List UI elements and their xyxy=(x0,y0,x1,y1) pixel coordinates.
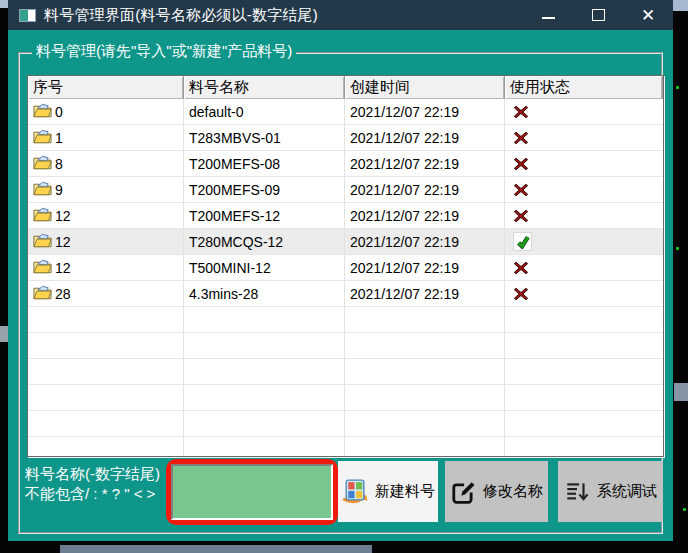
debug-list-icon xyxy=(564,479,590,505)
row-status xyxy=(505,99,663,124)
new-part-button[interactable]: 新建料号 xyxy=(338,461,438,522)
table-row-empty xyxy=(28,385,663,411)
rename-button[interactable]: 修改名称 xyxy=(445,461,548,522)
row-part-name: T200MEFS-09 xyxy=(184,177,345,202)
titlebar[interactable]: 料号管理界面(料号名称必须以-数字结尾) ✕ xyxy=(8,0,673,30)
row-index: 12 xyxy=(55,208,71,224)
folder-icon xyxy=(33,155,52,170)
row-created-time: 2021/12/07 22:19 xyxy=(345,99,505,124)
cross-icon xyxy=(513,104,529,120)
column-header-created[interactable]: 创建时间 xyxy=(345,76,505,99)
part-number-table[interactable]: 序号 料号名称 创建时间 使用状态 0 default-0 2021/12/07… xyxy=(27,75,664,457)
column-header-index[interactable]: 序号 xyxy=(28,76,184,99)
row-index: 9 xyxy=(55,182,63,198)
row-index: 1 xyxy=(55,130,63,146)
system-debug-label: 系统调试 xyxy=(597,482,657,501)
row-created-time: 2021/12/07 22:19 xyxy=(345,151,505,176)
input-hint-line2: 不能包含/ : * ? " < > xyxy=(25,484,160,504)
desktop-pixel xyxy=(683,508,686,511)
part-name-input[interactable] xyxy=(171,464,333,520)
background-window-fragment xyxy=(674,383,688,401)
table-row[interactable]: 0 default-0 2021/12/07 22:19 xyxy=(28,99,663,125)
window-title: 料号管理界面(料号名称必须以-数字结尾) xyxy=(44,6,318,25)
table-row-empty xyxy=(28,359,663,385)
table-row-empty xyxy=(28,411,663,437)
row-created-time: 2021/12/07 22:19 xyxy=(345,281,505,306)
row-created-time: 2021/12/07 22:19 xyxy=(345,255,505,280)
maximize-button[interactable] xyxy=(573,0,623,30)
row-status xyxy=(505,125,663,150)
row-created-time: 2021/12/07 22:19 xyxy=(345,203,505,228)
new-part-label: 新建料号 xyxy=(375,482,435,501)
table-row[interactable]: 8 T200MEFS-08 2021/12/07 22:19 xyxy=(28,151,663,177)
cross-icon xyxy=(513,182,529,198)
table-row[interactable]: 12 T200MEFS-12 2021/12/07 22:19 xyxy=(28,203,663,229)
column-header-status[interactable]: 使用状态 xyxy=(505,76,663,99)
row-part-name: default-0 xyxy=(184,99,345,124)
table-row-empty xyxy=(28,437,663,457)
cross-icon xyxy=(513,130,529,146)
app-window: 料号管理界面(料号名称必须以-数字结尾) ✕ 料号管理(请先"导入"或"新建"产… xyxy=(8,0,673,541)
cross-icon xyxy=(513,260,529,276)
folder-icon xyxy=(33,129,52,144)
row-created-time: 2021/12/07 22:19 xyxy=(345,125,505,150)
system-debug-button[interactable]: 系统调试 xyxy=(558,461,663,522)
row-part-name: T500MINI-12 xyxy=(184,255,345,280)
table-header: 序号 料号名称 创建时间 使用状态 xyxy=(28,76,663,99)
table-row[interactable]: 9 T200MEFS-09 2021/12/07 22:19 xyxy=(28,177,663,203)
cross-icon xyxy=(513,156,529,172)
row-status xyxy=(505,281,663,306)
minimize-button[interactable] xyxy=(523,0,573,30)
background-window-fragment xyxy=(0,326,8,342)
background-window-fragment xyxy=(0,0,8,8)
folder-icon xyxy=(33,233,52,248)
table-row[interactable]: 28 4.3mins-28 2021/12/07 22:19 xyxy=(28,281,663,307)
close-button[interactable]: ✕ xyxy=(623,0,673,30)
folder-icon xyxy=(33,259,52,274)
desktop: 料号管理界面(料号名称必须以-数字结尾) ✕ 料号管理(请先"导入"或"新建"产… xyxy=(0,0,688,553)
edit-icon xyxy=(450,479,476,505)
new-part-icon xyxy=(341,478,368,505)
row-part-name: T280MCQS-12 xyxy=(184,229,345,254)
groupbox-title: 料号管理(请先"导入"或"新建"产品料号) xyxy=(32,42,296,61)
folder-icon xyxy=(33,285,52,300)
column-header-name[interactable]: 料号名称 xyxy=(184,76,345,99)
app-icon xyxy=(19,9,36,22)
desktop-pixel xyxy=(676,247,679,250)
input-hint-label: 料号名称(-数字结尾) 不能包含/ : * ? " < > xyxy=(25,464,160,504)
row-part-name: T200MEFS-12 xyxy=(184,203,345,228)
check-icon xyxy=(513,232,532,251)
input-hint-line1: 料号名称(-数字结尾) xyxy=(25,464,160,484)
folder-icon xyxy=(33,181,52,196)
row-part-name: T283MBVS-01 xyxy=(184,125,345,150)
row-index: 28 xyxy=(55,286,71,302)
rename-label: 修改名称 xyxy=(483,482,543,501)
table-row[interactable]: 1 T283MBVS-01 2021/12/07 22:19 xyxy=(28,125,663,151)
row-status xyxy=(505,203,663,228)
background-window-fragment xyxy=(672,0,688,11)
folder-icon xyxy=(33,103,52,118)
row-status xyxy=(505,151,663,176)
table-row-empty xyxy=(28,333,663,359)
table-body: 0 default-0 2021/12/07 22:19 1 T283MBVS-… xyxy=(28,99,663,457)
cross-icon xyxy=(513,286,529,302)
table-row[interactable]: 12 T280MCQS-12 2021/12/07 22:19 xyxy=(28,229,663,255)
row-status xyxy=(505,177,663,202)
row-index: 8 xyxy=(55,156,63,172)
row-created-time: 2021/12/07 22:19 xyxy=(345,177,505,202)
row-part-name: T200MEFS-08 xyxy=(184,151,345,176)
desktop-pixel xyxy=(676,86,679,89)
table-row-empty xyxy=(28,307,663,333)
highlight-annotation-box xyxy=(166,459,338,525)
row-status xyxy=(505,255,663,280)
row-index: 0 xyxy=(55,104,63,120)
row-part-name: 4.3mins-28 xyxy=(184,281,345,306)
table-row[interactable]: 12 T500MINI-12 2021/12/07 22:19 xyxy=(28,255,663,281)
folder-icon xyxy=(33,207,52,222)
row-created-time: 2021/12/07 22:19 xyxy=(345,229,505,254)
background-taskbar-fragment xyxy=(60,545,372,553)
row-status xyxy=(505,229,663,254)
row-index: 12 xyxy=(55,260,71,276)
row-index: 12 xyxy=(55,234,71,250)
cross-icon xyxy=(513,208,529,224)
